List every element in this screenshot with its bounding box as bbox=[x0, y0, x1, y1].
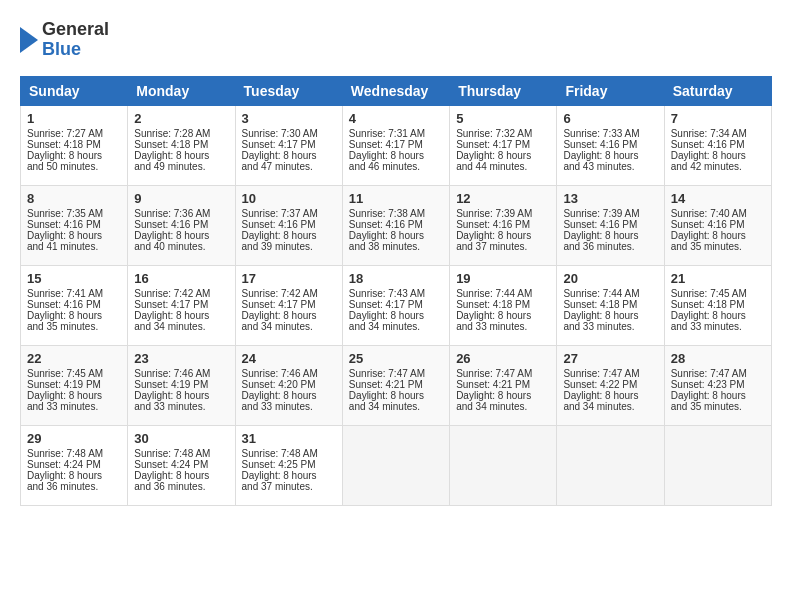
calendar-cell: 4Sunrise: 7:31 AMSunset: 4:17 PMDaylight… bbox=[342, 105, 449, 185]
daylight-text: Daylight: 8 hours and 49 minutes. bbox=[134, 150, 209, 172]
sunset-text: Sunset: 4:19 PM bbox=[27, 379, 101, 390]
day-number: 5 bbox=[456, 111, 550, 126]
sunset-text: Sunset: 4:22 PM bbox=[563, 379, 637, 390]
week-row-1: 1Sunrise: 7:27 AMSunset: 4:18 PMDaylight… bbox=[21, 105, 772, 185]
logo-blue: Blue bbox=[42, 40, 109, 60]
day-number: 9 bbox=[134, 191, 228, 206]
sunrise-text: Sunrise: 7:48 AM bbox=[134, 448, 210, 459]
sunrise-text: Sunrise: 7:47 AM bbox=[349, 368, 425, 379]
calendar-cell: 6Sunrise: 7:33 AMSunset: 4:16 PMDaylight… bbox=[557, 105, 664, 185]
day-number: 30 bbox=[134, 431, 228, 446]
calendar-cell bbox=[664, 425, 771, 505]
col-header-sunday: Sunday bbox=[21, 76, 128, 105]
daylight-text: Daylight: 8 hours and 33 minutes. bbox=[134, 390, 209, 412]
sunset-text: Sunset: 4:25 PM bbox=[242, 459, 316, 470]
col-header-monday: Monday bbox=[128, 76, 235, 105]
sunrise-text: Sunrise: 7:39 AM bbox=[563, 208, 639, 219]
sunset-text: Sunset: 4:23 PM bbox=[671, 379, 745, 390]
daylight-text: Daylight: 8 hours and 33 minutes. bbox=[456, 310, 531, 332]
calendar-cell: 10Sunrise: 7:37 AMSunset: 4:16 PMDayligh… bbox=[235, 185, 342, 265]
daylight-text: Daylight: 8 hours and 33 minutes. bbox=[27, 390, 102, 412]
sunrise-text: Sunrise: 7:40 AM bbox=[671, 208, 747, 219]
daylight-text: Daylight: 8 hours and 44 minutes. bbox=[456, 150, 531, 172]
sunset-text: Sunset: 4:17 PM bbox=[134, 299, 208, 310]
day-number: 10 bbox=[242, 191, 336, 206]
sunset-text: Sunset: 4:17 PM bbox=[349, 139, 423, 150]
sunrise-text: Sunrise: 7:30 AM bbox=[242, 128, 318, 139]
sunset-text: Sunset: 4:17 PM bbox=[456, 139, 530, 150]
calendar-cell: 25Sunrise: 7:47 AMSunset: 4:21 PMDayligh… bbox=[342, 345, 449, 425]
sunset-text: Sunset: 4:16 PM bbox=[671, 139, 745, 150]
calendar-cell: 20Sunrise: 7:44 AMSunset: 4:18 PMDayligh… bbox=[557, 265, 664, 345]
col-header-saturday: Saturday bbox=[664, 76, 771, 105]
sunset-text: Sunset: 4:18 PM bbox=[134, 139, 208, 150]
daylight-text: Daylight: 8 hours and 36 minutes. bbox=[27, 470, 102, 492]
sunrise-text: Sunrise: 7:44 AM bbox=[456, 288, 532, 299]
daylight-text: Daylight: 8 hours and 38 minutes. bbox=[349, 230, 424, 252]
day-number: 15 bbox=[27, 271, 121, 286]
sunset-text: Sunset: 4:16 PM bbox=[671, 219, 745, 230]
day-number: 8 bbox=[27, 191, 121, 206]
sunrise-text: Sunrise: 7:32 AM bbox=[456, 128, 532, 139]
sunset-text: Sunset: 4:16 PM bbox=[27, 219, 101, 230]
day-number: 29 bbox=[27, 431, 121, 446]
daylight-text: Daylight: 8 hours and 35 minutes. bbox=[671, 230, 746, 252]
sunrise-text: Sunrise: 7:47 AM bbox=[563, 368, 639, 379]
daylight-text: Daylight: 8 hours and 34 minutes. bbox=[563, 390, 638, 412]
logo-arrow-icon bbox=[20, 22, 38, 58]
day-number: 28 bbox=[671, 351, 765, 366]
calendar-cell: 9Sunrise: 7:36 AMSunset: 4:16 PMDaylight… bbox=[128, 185, 235, 265]
sunset-text: Sunset: 4:16 PM bbox=[134, 219, 208, 230]
sunrise-text: Sunrise: 7:42 AM bbox=[242, 288, 318, 299]
calendar-cell bbox=[557, 425, 664, 505]
day-number: 18 bbox=[349, 271, 443, 286]
sunrise-text: Sunrise: 7:27 AM bbox=[27, 128, 103, 139]
calendar-cell: 2Sunrise: 7:28 AMSunset: 4:18 PMDaylight… bbox=[128, 105, 235, 185]
col-header-tuesday: Tuesday bbox=[235, 76, 342, 105]
sunrise-text: Sunrise: 7:31 AM bbox=[349, 128, 425, 139]
calendar-cell: 23Sunrise: 7:46 AMSunset: 4:19 PMDayligh… bbox=[128, 345, 235, 425]
sunrise-text: Sunrise: 7:34 AM bbox=[671, 128, 747, 139]
sunrise-text: Sunrise: 7:38 AM bbox=[349, 208, 425, 219]
sunrise-text: Sunrise: 7:48 AM bbox=[242, 448, 318, 459]
col-header-thursday: Thursday bbox=[450, 76, 557, 105]
sunset-text: Sunset: 4:16 PM bbox=[349, 219, 423, 230]
calendar-cell: 16Sunrise: 7:42 AMSunset: 4:17 PMDayligh… bbox=[128, 265, 235, 345]
sunset-text: Sunset: 4:19 PM bbox=[134, 379, 208, 390]
daylight-text: Daylight: 8 hours and 46 minutes. bbox=[349, 150, 424, 172]
sunrise-text: Sunrise: 7:45 AM bbox=[27, 368, 103, 379]
week-row-5: 29Sunrise: 7:48 AMSunset: 4:24 PMDayligh… bbox=[21, 425, 772, 505]
calendar-cell: 31Sunrise: 7:48 AMSunset: 4:25 PMDayligh… bbox=[235, 425, 342, 505]
calendar-cell: 22Sunrise: 7:45 AMSunset: 4:19 PMDayligh… bbox=[21, 345, 128, 425]
calendar-cell: 3Sunrise: 7:30 AMSunset: 4:17 PMDaylight… bbox=[235, 105, 342, 185]
daylight-text: Daylight: 8 hours and 34 minutes. bbox=[134, 310, 209, 332]
day-number: 14 bbox=[671, 191, 765, 206]
day-number: 21 bbox=[671, 271, 765, 286]
sunset-text: Sunset: 4:18 PM bbox=[671, 299, 745, 310]
calendar-table: SundayMondayTuesdayWednesdayThursdayFrid… bbox=[20, 76, 772, 506]
day-number: 17 bbox=[242, 271, 336, 286]
daylight-text: Daylight: 8 hours and 33 minutes. bbox=[671, 310, 746, 332]
daylight-text: Daylight: 8 hours and 34 minutes. bbox=[242, 310, 317, 332]
sunrise-text: Sunrise: 7:48 AM bbox=[27, 448, 103, 459]
week-row-2: 8Sunrise: 7:35 AMSunset: 4:16 PMDaylight… bbox=[21, 185, 772, 265]
daylight-text: Daylight: 8 hours and 41 minutes. bbox=[27, 230, 102, 252]
calendar-cell: 13Sunrise: 7:39 AMSunset: 4:16 PMDayligh… bbox=[557, 185, 664, 265]
day-number: 20 bbox=[563, 271, 657, 286]
sunset-text: Sunset: 4:18 PM bbox=[456, 299, 530, 310]
sunrise-text: Sunrise: 7:47 AM bbox=[456, 368, 532, 379]
calendar-cell: 30Sunrise: 7:48 AMSunset: 4:24 PMDayligh… bbox=[128, 425, 235, 505]
sunset-text: Sunset: 4:24 PM bbox=[134, 459, 208, 470]
sunset-text: Sunset: 4:17 PM bbox=[242, 139, 316, 150]
svg-marker-0 bbox=[20, 27, 38, 53]
sunset-text: Sunset: 4:16 PM bbox=[563, 219, 637, 230]
sunset-text: Sunset: 4:16 PM bbox=[242, 219, 316, 230]
daylight-text: Daylight: 8 hours and 35 minutes. bbox=[671, 390, 746, 412]
sunrise-text: Sunrise: 7:39 AM bbox=[456, 208, 532, 219]
sunrise-text: Sunrise: 7:28 AM bbox=[134, 128, 210, 139]
calendar-cell: 5Sunrise: 7:32 AMSunset: 4:17 PMDaylight… bbox=[450, 105, 557, 185]
col-header-friday: Friday bbox=[557, 76, 664, 105]
sunset-text: Sunset: 4:21 PM bbox=[456, 379, 530, 390]
sunrise-text: Sunrise: 7:45 AM bbox=[671, 288, 747, 299]
day-number: 24 bbox=[242, 351, 336, 366]
